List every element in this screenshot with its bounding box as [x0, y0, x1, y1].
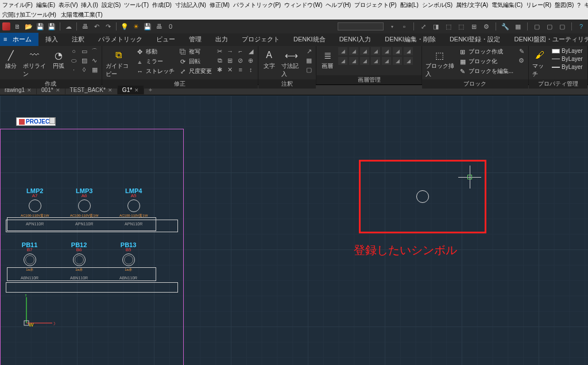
table2-icon[interactable]: ▦	[304, 56, 314, 64]
close-icon[interactable]: ✕	[134, 87, 139, 93]
print2-icon[interactable]: 🖶	[154, 22, 164, 31]
mirror-button[interactable]: ⟁ミラー	[135, 57, 176, 66]
explode-icon[interactable]: ✱	[215, 66, 225, 74]
menu-tool[interactable]: ツール(T)	[124, 1, 149, 9]
grid-icon[interactable]: ▦	[513, 22, 523, 31]
menu-panel[interactable]: 盤図(B)	[555, 1, 574, 9]
menu-create[interactable]: 作成(D)	[152, 1, 172, 9]
hatch-icon[interactable]: ▨	[80, 56, 89, 64]
menu-settings[interactable]: 設定(S)	[102, 1, 121, 9]
t3-icon[interactable]: ⊞	[469, 22, 478, 31]
dim-button[interactable]: ⟷ 寸法記入	[280, 47, 303, 79]
erase-icon[interactable]: ✕	[226, 66, 235, 74]
saveas-icon[interactable]: 💾	[47, 22, 56, 31]
align-icon[interactable]: ≡	[236, 66, 245, 74]
block-insert-button[interactable]: ⬚ ブロック挿入	[424, 47, 455, 79]
tab-denki-input[interactable]: DENKI入力	[332, 33, 378, 46]
menu-view[interactable]: 表示(V)	[59, 1, 78, 9]
menu-help[interactable]: ヘルプ(H)	[326, 1, 351, 9]
leader-icon[interactable]: ↗	[304, 47, 314, 55]
color-dd[interactable]: ByLayer	[551, 47, 585, 55]
tab-parametric[interactable]: パラメトリック	[91, 33, 149, 46]
menu-parametric[interactable]: パラメトリック(P)	[233, 1, 281, 9]
scale-button[interactable]: ⤢尺度変更	[178, 67, 213, 76]
ellipse-icon[interactable]: ⬭	[69, 56, 79, 64]
menu-dim[interactable]: 寸法記入(N)	[175, 1, 206, 9]
spline-icon[interactable]: ∿	[90, 56, 99, 64]
join-icon[interactable]: ⊕	[246, 56, 256, 64]
layer-sw[interactable]: ◢	[393, 47, 402, 55]
menu-cubicle[interactable]: キュービクルプラン(C)	[584, 1, 588, 9]
menu-attribute[interactable]: 属性/文字(A)	[456, 1, 488, 9]
new-icon[interactable]: 🗎	[13, 22, 22, 31]
fillet-icon[interactable]: ⌐	[236, 47, 245, 55]
polyline-button[interactable]: 〰 ポリライン	[22, 47, 48, 79]
arc2-icon[interactable]: ⌒	[90, 47, 99, 55]
circle-icon[interactable]: ○	[69, 47, 79, 55]
undo-icon[interactable]: ↶	[92, 22, 101, 31]
offset-icon[interactable]: ⧉	[215, 56, 225, 64]
layer-sw[interactable]: ◢	[338, 57, 347, 65]
menu-project[interactable]: プロジェクト(P)	[354, 1, 396, 9]
t4-icon[interactable]: ▢	[532, 22, 541, 31]
drawing-canvas[interactable]: PROJECT LMP2 A7 AC100-110V黄1W APN110R LM…	[0, 95, 588, 365]
t6-icon[interactable]: ▢	[558, 22, 567, 31]
tab-home[interactable]: ホーム	[0, 33, 38, 46]
menu-window[interactable]: ウィンドウ(W)	[284, 1, 322, 9]
trim-icon[interactable]: ✂	[215, 47, 225, 55]
layer-sw[interactable]: ◢	[360, 47, 369, 55]
menu-relay[interactable]: リレー(R)	[526, 1, 551, 9]
box-icon[interactable]: ▫	[400, 22, 409, 31]
close-icon[interactable]: ✕	[108, 87, 113, 93]
block-create-button[interactable]: ⊞ブロック作成	[458, 47, 514, 56]
field-icon[interactable]: ▢	[304, 66, 314, 74]
tab-denki-edit[interactable]: DENKI編集・削除	[378, 33, 443, 46]
rect-icon[interactable]: ▭	[80, 47, 89, 55]
cloud-icon[interactable]: ☁	[64, 22, 73, 31]
arc-button[interactable]: ◔ 円弧	[50, 47, 67, 71]
scale-icon[interactable]: ⤢	[419, 22, 428, 31]
tab-project[interactable]: プロジェクト	[235, 33, 287, 46]
layer-sw[interactable]: ◢	[404, 47, 413, 55]
doc-tab[interactable]: rawing1✕	[0, 86, 37, 94]
search-dd-icon[interactable]	[387, 22, 396, 31]
tab-view[interactable]: ビュー	[149, 33, 182, 46]
menu-file[interactable]: ファイル(F)	[2, 1, 33, 9]
rotate-button[interactable]: ⟳回転	[178, 57, 213, 66]
menu-hole[interactable]: 穴開け加工ツール(H)	[2, 11, 56, 19]
tab-denki-integ[interactable]: DENKI統合	[287, 33, 332, 46]
layer-sw[interactable]: ◢	[393, 57, 402, 65]
doc-tab-active[interactable]: G1*✕	[118, 86, 144, 94]
layer-sw[interactable]: ◢	[382, 47, 391, 55]
save2-icon[interactable]: 💾	[143, 22, 152, 31]
tab-annotate[interactable]: 注釈	[65, 33, 91, 46]
region-icon[interactable]: ◊	[80, 66, 89, 74]
array-icon[interactable]: ⊞	[226, 56, 235, 64]
line-button[interactable]: ╱ 線分	[2, 47, 20, 71]
search-input[interactable]	[338, 22, 384, 30]
help-icon[interactable]: ?	[577, 22, 586, 31]
wrench-icon[interactable]: 🔧	[501, 22, 510, 31]
layer-sw[interactable]: ◢	[404, 57, 413, 65]
tab-output[interactable]: 出力	[208, 33, 235, 46]
attr2-icon[interactable]: ⚙	[517, 56, 526, 64]
blockize-button[interactable]: ▦ブロック化	[458, 57, 514, 66]
layer-sw[interactable]: ◢	[382, 57, 391, 65]
layer-button[interactable]: ≣ 画層	[319, 47, 336, 71]
layer-sw[interactable]: ◢	[338, 47, 347, 55]
layer-sw[interactable]: ◢	[349, 57, 358, 65]
tab-insert[interactable]: 挿入	[38, 33, 65, 46]
close-icon[interactable]: ✕	[56, 87, 60, 93]
zero-icon[interactable]: 0	[166, 22, 175, 31]
light-icon[interactable]: 💡	[120, 22, 129, 31]
tab-manage[interactable]: 管理	[182, 33, 208, 46]
lengthen-icon[interactable]: ↕	[246, 66, 256, 74]
gear-icon[interactable]: ⚙	[482, 22, 491, 31]
ext-icon[interactable]: ◨	[431, 22, 440, 31]
lweight-dd[interactable]: ByLayer	[551, 63, 585, 71]
menu-elec-edit[interactable]: 電気編集(C)	[492, 1, 523, 9]
open-icon[interactable]: 📂	[24, 22, 33, 31]
attr-icon[interactable]: ✎	[517, 47, 526, 55]
menu-taiyou[interactable]: 太陽電機工業(T)	[61, 11, 103, 19]
block-edit-button[interactable]: ✎ブロックを編集...	[458, 67, 514, 76]
